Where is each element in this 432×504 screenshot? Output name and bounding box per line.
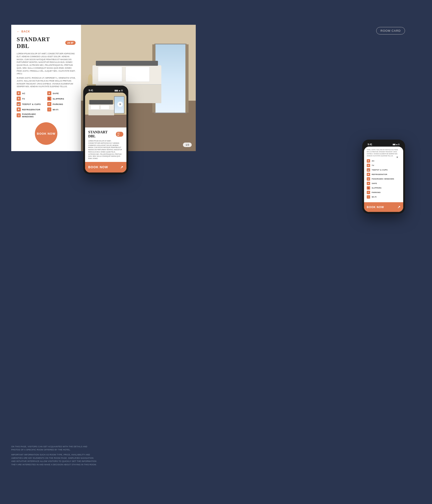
bed-pillow-1 [98, 67, 122, 82]
phone-right-amenity-safe: ■ SAFE [367, 182, 400, 185]
phone-center: 9:41 ▮▮▮ ☁ ⊡ ✕ STANDART D [83, 86, 128, 174]
phone-right-book-label: BOOK NOW [367, 206, 384, 209]
amenity-ac: ❄ AC [17, 91, 45, 95]
amenity-teapot-label: TEEPOT & CUPS [22, 103, 41, 105]
mini-cover [88, 110, 114, 115]
amenity-wifi-label: WI-FI [53, 108, 59, 111]
amenity-refrigerator: ❆ REFRIGERATOR [17, 108, 45, 111]
phone-book-label: BOOK NOW [88, 165, 108, 169]
mini-pillow-2 [100, 105, 109, 109]
room-title: STANDART DBL [17, 36, 63, 50]
bottom-text-line1: ON THIS PAGE, VISITORS CAN GET ACQUAINTE… [11, 445, 97, 451]
phone-center-content: STANDART DBL 24 M² LOREM IPSUM DOLOR SIT… [85, 127, 126, 160]
phone-center-status-bar: 9:41 ▮▮▮ ☁ ⊡ [85, 87, 126, 93]
phone-slippers-icon: 👠 [367, 186, 370, 190]
phone-wifi-label: WI-FI [372, 196, 377, 198]
amenity-teapot: ☕ TEEPOT & CUPS [17, 102, 45, 106]
phone-right-status-bar: 9:41 ▮▮▮ ☁ ⊡ [364, 141, 403, 147]
parking-icon: P [47, 102, 51, 106]
bottom-description: ON THIS PAGE, VISITORS CAN GET ACQUAINTE… [11, 445, 97, 468]
room-desc-1: LOREM IPSUM DOLOR SIT AMET, CONSECTETUER… [17, 52, 76, 75]
phone-center-notch [99, 90, 108, 91]
amenity-safe-label: SAFE [53, 92, 59, 95]
amenity-slippers-label: SLIPPERS [53, 98, 64, 100]
ac-icon: ❄ [17, 91, 21, 95]
phone-windows-icon: ◶ [367, 177, 370, 181]
phone-tv-label: TV [372, 164, 374, 166]
phone-refrigerator-icon: ❆ [367, 173, 370, 176]
phone-right-amenity-wifi: ≀ WI-FI [367, 195, 400, 199]
phone-right-amenity-tv: ⎘ TV [367, 164, 400, 167]
windows-icon: ◶ [17, 113, 21, 117]
amenity-safe: ■ SAFE [47, 91, 76, 95]
phone-right-amenity-refrigerator: ❆ REFRIGERATOR [367, 173, 400, 176]
phone-center-book-button[interactable]: BOOK NOW ↗ [85, 162, 126, 172]
phone-room-title-row: STANDART DBL 24 M² [88, 130, 123, 138]
wifi-icon: ≀ [47, 108, 51, 111]
phone-tv-icon: ⎘ [367, 164, 370, 167]
phone-right-book-button[interactable]: BOOK NOW ↗ [364, 202, 403, 212]
amenity-tv: ⎘ TV [17, 97, 45, 101]
phone-right-close-button[interactable]: ✕ [395, 155, 400, 160]
phone-room-title: STANDART DBL [88, 130, 114, 138]
phone-center-time: 9:41 [89, 89, 93, 92]
left-panel: ← BACK STANDART DBL 24 M² LOREM IPSUM DO… [11, 25, 81, 151]
mini-bed [88, 104, 114, 115]
room-card-button[interactable]: ROOM CARD [376, 27, 405, 35]
amenity-parking: P PARKING [47, 102, 76, 106]
amenity-refrigerator-label: REFRIGERATOR [22, 108, 40, 111]
bed-headboard [96, 61, 158, 66]
phone-right-book-arrow: ↗ [397, 205, 400, 209]
phone-right-amenity-ac: ❄ AC [367, 159, 400, 162]
phone-right-amenity-windows: ◶ PANORAMIC WINDOWS [367, 177, 400, 181]
phone-teapot-icon: ☕ [367, 168, 370, 171]
refrigerator-icon: ❆ [17, 108, 21, 111]
image-counter: 1/3 [183, 143, 192, 147]
room-size-badge: 24 M² [65, 41, 76, 45]
phone-right-time: 9:41 [368, 143, 372, 146]
back-label: BACK [21, 30, 30, 33]
phone-right-amenity-teapot: ☕ TEEPOT & CUPS [367, 168, 400, 171]
room-description: LOREM IPSUM DOLOR SIT AMET, CONSECTETUER… [17, 52, 76, 88]
phone-size-badge: 24 M² [116, 132, 123, 137]
phone-wifi-icon: ≀ [367, 195, 370, 199]
phone-ac-icon: ❄ [367, 159, 370, 162]
phone-right-notch [379, 144, 386, 145]
phone-center-room-image [85, 93, 126, 127]
phone-mini-room [85, 93, 126, 127]
amenity-windows: ◶ PANORAMIC WINDOWS [17, 113, 45, 118]
slippers-icon: 👠 [47, 97, 51, 101]
phone-safe-label: SAFE [372, 182, 377, 184]
bottom-text-line2: IMPORTANT INFORMATION SUCH AS ROOM TYPE,… [11, 453, 97, 466]
teapot-icon: ☕ [17, 102, 21, 106]
phone-teapot-label: TEEPOT & CUPS [372, 169, 388, 171]
phone-right-amenity-slippers: 👠 SLIPPERS [367, 186, 400, 190]
phone-slippers-label: SLIPPERS [372, 187, 382, 189]
phone-windows-label: PANORAMIC WINDOWS [372, 178, 394, 180]
phone-center-signal: ▮▮▮ ☁ ⊡ [114, 90, 123, 92]
amenity-wifi: ≀ WI-FI [47, 108, 76, 111]
phone-center-close-button[interactable]: ✕ [117, 102, 123, 107]
book-now-button[interactable]: BOOK NOW [35, 122, 57, 145]
bedside-lamp [88, 74, 93, 84]
amenities-grid: ❄ AC ■ SAFE ⎘ TV 👠 SLIPPERS ☕ TEEPOT & C… [17, 91, 76, 118]
curtain-right [185, 44, 189, 113]
phone-right-signal: ▮▮▮ ☁ ⊡ [393, 144, 400, 145]
phone-refrigerator-label: REFRIGERATOR [372, 173, 387, 175]
bed-pillow-2 [126, 67, 150, 82]
phone-parking-icon: P [367, 191, 370, 194]
amenity-windows-label: PANORAMIC WINDOWS [22, 113, 45, 118]
tv-icon: ⎘ [17, 97, 21, 101]
safe-icon: ■ [47, 91, 51, 95]
back-arrow-icon: ← [17, 30, 20, 33]
phone-right-amenities: ❄ AC ⎘ TV ☕ TEEPOT & CUPS ❆ REFRIGERATOR… [367, 159, 400, 199]
phone-ac-label: AC [372, 160, 375, 162]
back-button[interactable]: ← BACK [17, 30, 76, 33]
amenity-ac-label: AC [22, 92, 26, 95]
phone-right-amenity-parking: P PARKING [367, 191, 400, 194]
amenity-slippers: 👠 SLIPPERS [47, 97, 76, 101]
amenity-tv-label: TV [22, 98, 25, 100]
room-desc-2: IN ENIM JUSTO, RHONCUS UT, IMPERDIET A, … [17, 77, 76, 88]
mini-pillow-1 [90, 105, 99, 109]
mini-floor [85, 115, 126, 127]
